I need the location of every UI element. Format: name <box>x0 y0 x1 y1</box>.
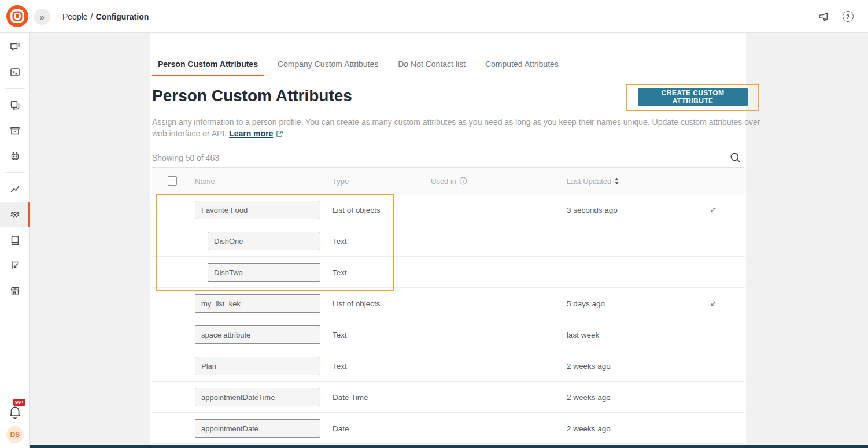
column-header-name: Name <box>195 168 215 194</box>
description-line-2-text: web interface or API. <box>152 129 227 138</box>
results-summary: Showing 50 of 463 <box>152 153 219 162</box>
attribute-last-updated: 3 seconds ago <box>567 194 618 225</box>
attribute-name-input[interactable] <box>195 325 320 344</box>
search-icon[interactable] <box>729 151 742 164</box>
attribute-last-updated: 5 days ago <box>567 288 605 319</box>
people-group-icon <box>9 209 21 220</box>
tab-bar: Person Custom Attributes Company Custom … <box>152 55 744 76</box>
breadcrumb-separator: / <box>91 12 93 21</box>
page-title: Person Custom Attributes <box>152 87 352 105</box>
learn-more-link[interactable]: Learn more <box>229 129 273 138</box>
attribute-name-input[interactable] <box>195 294 320 313</box>
topbar-actions: ? <box>817 0 854 33</box>
create-custom-attribute-button[interactable]: CREATE CUSTOM ATTRIBUTE <box>638 88 748 106</box>
attribute-type: Text <box>333 350 347 382</box>
notification-count-badge: 99+ <box>13 399 25 406</box>
expand-row-icon[interactable] <box>710 288 716 319</box>
storefront-icon <box>9 285 21 297</box>
attribute-last-updated: 2 weeks ago <box>567 350 611 382</box>
sidebar-item-exit-intent[interactable] <box>0 253 30 278</box>
used-in-label: Used in <box>431 177 456 186</box>
sidebar-item-channels[interactable] <box>0 92 30 118</box>
breadcrumb-section[interactable]: People <box>62 12 88 21</box>
sidebar-item-knowledge-base[interactable] <box>0 227 30 253</box>
terminal-icon <box>9 66 21 78</box>
attribute-name-input[interactable] <box>208 263 320 282</box>
brand-logo-icon[interactable] <box>6 5 28 27</box>
attribute-name-input[interactable] <box>195 388 320 406</box>
page-description: Assign any information to a person profi… <box>152 116 760 139</box>
expand-row-icon[interactable] <box>710 194 716 225</box>
robot-icon <box>9 150 21 162</box>
table-row: Text <box>152 225 745 257</box>
attribute-type: Text <box>333 319 347 350</box>
sidebar-item-people[interactable] <box>0 202 30 227</box>
tab-person-custom-attributes[interactable]: Person Custom Attributes <box>152 55 264 76</box>
column-header-type: Type <box>333 168 349 194</box>
attribute-name-input[interactable] <box>195 201 320 219</box>
tab-do-not-contact-list[interactable]: Do Not Contact list <box>392 55 471 76</box>
table-row: Date 2 weeks ago <box>152 413 745 444</box>
external-link-icon <box>276 130 283 138</box>
top-bar: » People / Configuration ? <box>0 0 868 33</box>
bottom-edge-bar <box>30 445 868 448</box>
results-row: Showing 50 of 463 <box>152 149 744 168</box>
help-icon[interactable]: ? <box>841 10 854 23</box>
select-all-checkbox[interactable] <box>168 176 177 186</box>
table-row: Date Time 2 weeks ago <box>152 382 745 413</box>
archive-box-icon <box>9 125 21 136</box>
chat-bubble-dots-icon <box>9 41 21 53</box>
tab-bar-divider <box>572 55 744 75</box>
column-header-last-updated: Last Updated <box>567 168 619 194</box>
sidebar-item-analytics[interactable] <box>0 176 30 202</box>
sidebar-expand-button[interactable]: » <box>34 9 50 25</box>
sidebar-nav: 99+ DS <box>0 33 30 448</box>
attribute-type: Text <box>333 257 347 288</box>
attribute-type: Date <box>333 413 349 444</box>
table-header: Name Type Used in Last Updated <box>152 168 745 194</box>
notifications-bell-icon[interactable]: 99+ <box>8 404 23 419</box>
sidebar-bottom: 99+ DS <box>0 404 30 443</box>
attribute-name-input[interactable] <box>208 232 320 250</box>
breadcrumb: People / Configuration <box>62 0 149 33</box>
attribute-name-input[interactable] <box>195 419 320 438</box>
info-icon[interactable] <box>459 177 467 185</box>
column-header-used-in: Used in <box>431 168 467 194</box>
breadcrumb-page: Configuration <box>95 12 149 21</box>
description-line-1: Assign any information to a person profi… <box>152 116 760 128</box>
announcements-megaphone-icon[interactable] <box>817 10 830 23</box>
tab-company-custom-attributes[interactable]: Company Custom Attributes <box>272 55 384 76</box>
attribute-last-updated: 2 weeks ago <box>567 413 611 444</box>
attribute-last-updated: last week <box>567 319 599 350</box>
user-avatar[interactable]: DS <box>6 426 24 443</box>
attribute-type: Text <box>333 225 347 257</box>
attribute-type: List of objects <box>333 288 381 319</box>
attribute-last-updated: 2 weeks ago <box>567 382 611 413</box>
duplicate-chats-icon <box>9 99 21 111</box>
sidebar-item-developer-console[interactable] <box>0 60 30 85</box>
line-chart-icon <box>9 183 21 195</box>
sidebar-item-chatbot[interactable] <box>0 143 30 169</box>
last-updated-label: Last Updated <box>567 177 611 186</box>
content-card: Person Custom Attributes Company Custom … <box>150 33 746 448</box>
question-mark-glyph: ? <box>846 13 850 20</box>
sidebar-item-conversations[interactable] <box>0 34 30 60</box>
book-icon <box>9 234 21 246</box>
table-row: Text 2 weeks ago <box>152 350 745 382</box>
sidebar-divider <box>5 88 25 89</box>
table-row: Text <box>152 257 745 288</box>
sidebar-divider <box>5 172 25 173</box>
sidebar-item-storefront[interactable] <box>0 278 30 303</box>
table-row: List of objects 5 days ago <box>152 288 745 319</box>
corner-arrow-icon <box>9 260 21 271</box>
tab-computed-attributes[interactable]: Computed Attributes <box>479 55 564 76</box>
attribute-type: List of objects <box>333 194 381 225</box>
table-body: List of objects 3 seconds ago Text Text <box>152 194 745 444</box>
attribute-type: Date Time <box>333 382 368 413</box>
sidebar-item-inbox[interactable] <box>0 118 30 143</box>
table-row: List of objects 3 seconds ago <box>152 194 745 225</box>
attribute-name-input[interactable] <box>195 357 320 375</box>
table-row: Text last week <box>152 319 745 350</box>
sort-icon[interactable] <box>614 177 619 185</box>
chevrons-right-icon: » <box>40 12 45 22</box>
